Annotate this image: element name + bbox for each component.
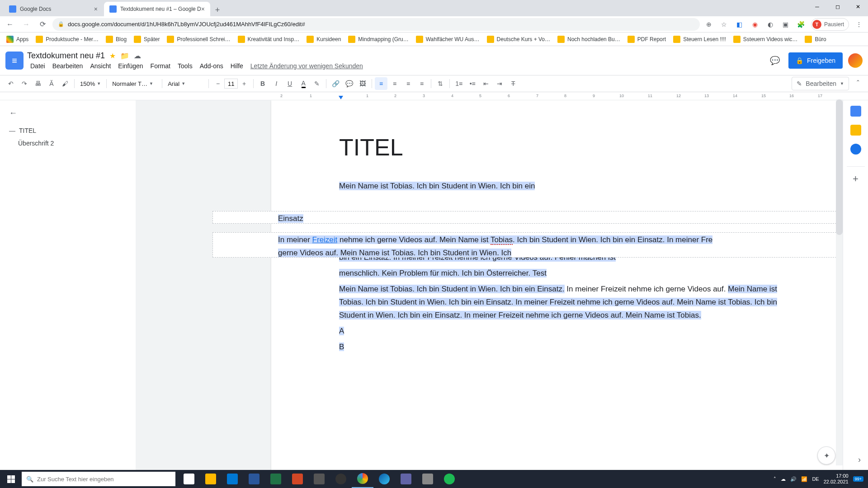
print-button[interactable]: 🖶 xyxy=(32,77,44,90)
style-select[interactable]: Normaler T…▼ xyxy=(109,78,159,89)
account-avatar[interactable] xyxy=(848,53,863,68)
close-icon[interactable]: × xyxy=(94,5,98,13)
start-button[interactable] xyxy=(0,470,22,488)
font-size-decrease[interactable]: − xyxy=(212,77,224,90)
bookmark-item[interactable]: Noch hochladen Bu… xyxy=(555,34,623,45)
close-window-button[interactable]: ✕ xyxy=(848,0,868,14)
link-text[interactable]: Freizeit xyxy=(312,235,338,244)
explore-button[interactable]: ✦ xyxy=(817,446,835,465)
collapse-toolbar-button[interactable]: ˆ xyxy=(853,78,863,89)
align-left-button[interactable]: ≡ xyxy=(375,77,387,90)
document-canvas[interactable]: TITEL Mein Name ist Tobias. Ich bin Stud… xyxy=(136,100,843,470)
spotify-button[interactable] xyxy=(439,470,460,488)
profile-button[interactable]: T Pausiert xyxy=(811,18,849,31)
cloud-icon[interactable]: ☁ xyxy=(781,476,786,482)
bookmark-item[interactable]: Mindmapping (Gru… xyxy=(345,34,411,45)
clear-format-button[interactable]: T xyxy=(507,77,519,90)
highlight-button[interactable]: ✎ xyxy=(311,77,323,90)
share-button[interactable]: 🔒 Freigeben xyxy=(788,52,843,69)
document-title[interactable]: Textdokument neu #1 xyxy=(27,51,105,61)
align-justify-button[interactable]: ≡ xyxy=(415,77,428,90)
indent-decrease-button[interactable]: ⇤ xyxy=(480,77,492,90)
spellcheck-button[interactable]: Ă xyxy=(45,77,58,90)
extension-icon[interactable]: ◐ xyxy=(765,19,776,30)
paint-format-button[interactable]: 🖌 xyxy=(59,77,71,90)
bookmark-item[interactable]: Professionell Schrei… xyxy=(164,34,233,45)
heading-title[interactable]: TITEL xyxy=(339,127,791,167)
bold-button[interactable]: B xyxy=(256,77,269,90)
link-button[interactable]: 🔗 xyxy=(329,77,342,90)
forward-button[interactable]: → xyxy=(20,18,33,31)
edge-button[interactable] xyxy=(373,470,395,488)
overflow-text[interactable]: Einsatz xyxy=(278,214,303,223)
menu-view[interactable]: Ansicht xyxy=(87,61,114,70)
minimize-button[interactable]: ─ xyxy=(807,0,827,14)
tray-expand-button[interactable]: ˄ xyxy=(774,476,776,482)
comments-button[interactable]: 💬 xyxy=(767,52,783,69)
bookmark-item[interactable]: PDF Report xyxy=(625,34,669,45)
maximize-button[interactable]: ◻ xyxy=(827,0,848,14)
app-button[interactable] xyxy=(308,470,330,488)
menu-edit[interactable]: Bearbeiten xyxy=(49,61,86,70)
underline-button[interactable]: U xyxy=(283,77,296,90)
menu-addons[interactable]: Add-ons xyxy=(197,61,226,70)
align-center-button[interactable]: ≡ xyxy=(388,77,401,90)
menu-insert[interactable]: Einfügen xyxy=(115,61,146,70)
menu-format[interactable]: Format xyxy=(147,61,174,70)
undo-button[interactable]: ↶ xyxy=(5,77,17,90)
expand-side-panel[interactable]: › xyxy=(858,455,861,465)
reload-button[interactable]: ⟳ xyxy=(36,18,49,31)
menu-help[interactable]: Hilfe xyxy=(227,61,246,70)
star-icon[interactable]: ★ xyxy=(109,52,116,60)
outline-item[interactable]: Überschrift 2 xyxy=(9,137,127,150)
editing-mode-select[interactable]: ✎ Bearbeiten ▼ xyxy=(792,77,849,90)
volume-icon[interactable]: 🔊 xyxy=(790,476,797,482)
indent-marker[interactable] xyxy=(339,96,343,99)
numbered-list-button[interactable]: 1≡ xyxy=(453,77,465,90)
obs-button[interactable] xyxy=(330,470,352,488)
menu-file[interactable]: Datei xyxy=(27,61,48,70)
text-color-button[interactable]: A xyxy=(297,77,310,90)
bullet-list-button[interactable]: •≡ xyxy=(466,77,479,90)
bookmark-item[interactable]: Später xyxy=(131,34,162,45)
star-icon[interactable]: ☆ xyxy=(719,19,730,30)
extensions-button[interactable]: 🧩 xyxy=(796,19,807,30)
wifi-icon[interactable]: 📶 xyxy=(801,476,807,482)
font-size-increase[interactable]: + xyxy=(238,77,250,90)
task-view-button[interactable] xyxy=(178,470,200,488)
paragraph[interactable]: Mein Name ist Tobias. Ich bin Student in… xyxy=(339,283,791,322)
bookmark-item[interactable]: Ssteuern Videos wic… xyxy=(731,34,801,45)
redo-button[interactable]: ↷ xyxy=(18,77,31,90)
extension-icon[interactable]: ◧ xyxy=(734,19,745,30)
line-spacing-button[interactable]: ⇅ xyxy=(434,77,447,90)
bookmark-item[interactable]: Produktsuche - Mer… xyxy=(33,34,101,45)
extension-icon[interactable]: ▣ xyxy=(780,19,791,30)
url-field[interactable]: 🔒 docs.google.com/document/d/1hUH8k6h7Lb… xyxy=(52,18,700,31)
font-select[interactable]: Arial▼ xyxy=(165,78,206,89)
list-item[interactable]: A xyxy=(339,325,791,338)
scrollbar[interactable] xyxy=(836,99,843,465)
image-button[interactable]: 🖼 xyxy=(356,77,369,90)
calendar-icon[interactable] xyxy=(850,106,861,117)
font-size-input[interactable] xyxy=(224,79,238,89)
bookmark-item[interactable]: Blog xyxy=(103,34,129,45)
chrome-button[interactable] xyxy=(352,470,373,488)
notification-badge[interactable]: 99+ xyxy=(853,476,863,482)
bookmark-item[interactable]: Kursideen xyxy=(304,34,344,45)
menu-button[interactable]: ⋮ xyxy=(854,19,864,30)
zoom-icon[interactable]: ⊕ xyxy=(703,19,714,30)
bookmark-item[interactable]: Kreativität und Insp… xyxy=(235,34,302,45)
extension-icon[interactable]: ◉ xyxy=(750,19,760,30)
tasks-icon[interactable] xyxy=(850,144,861,155)
paragraph[interactable]: menschlich. Kein Problem für mich. Ich b… xyxy=(339,267,791,280)
explorer-button[interactable] xyxy=(200,470,222,488)
mail-button[interactable] xyxy=(222,470,243,488)
taskbar-search[interactable]: 🔍 Zur Suche Text hier eingeben xyxy=(22,472,175,486)
comment-button[interactable]: 💬 xyxy=(343,77,355,90)
outline-item[interactable]: — TITEL xyxy=(9,124,127,137)
list-item[interactable]: B xyxy=(339,341,791,354)
new-tab-button[interactable]: + xyxy=(211,4,224,16)
app-button[interactable] xyxy=(417,470,439,488)
close-icon[interactable]: × xyxy=(201,5,205,13)
excel-button[interactable] xyxy=(265,470,287,488)
